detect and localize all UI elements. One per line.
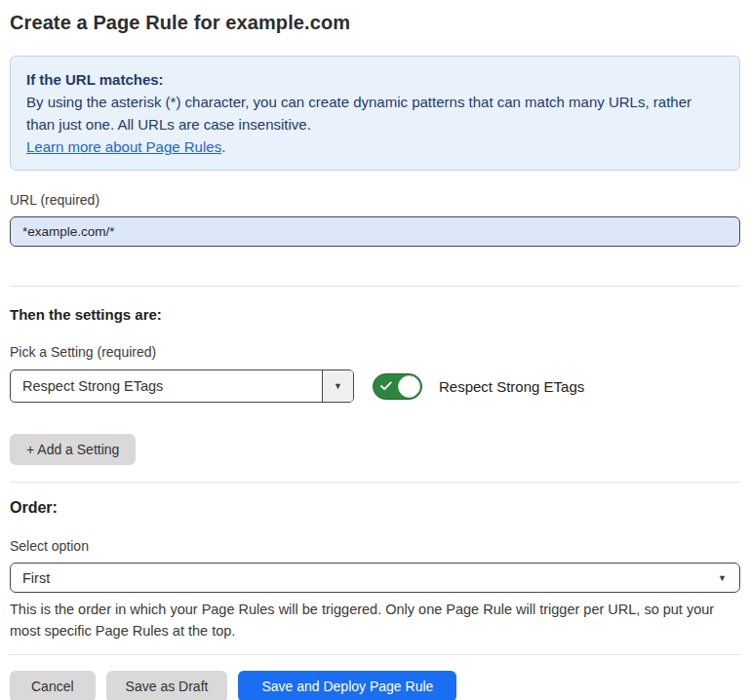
url-match-info-box: If the URL matches: By using the asteris… [10, 56, 740, 171]
order-select-label: Select option [10, 538, 740, 554]
action-buttons-row: Cancel Save as Draft Save and Deploy Pag… [10, 671, 740, 700]
setting-select[interactable]: Respect Strong ETags ▼ [10, 369, 354, 403]
toggle-label: Respect Strong ETags [439, 378, 584, 395]
divider-settings-order [10, 482, 740, 483]
divider-url-settings [10, 286, 740, 287]
chevron-down-icon: ▼ [718, 573, 739, 583]
save-as-draft-button[interactable]: Save as Draft [106, 671, 228, 700]
cancel-button[interactable]: Cancel [10, 671, 96, 700]
info-box-body: By using the asterisk (*) character, you… [26, 91, 724, 136]
order-help-text: This is the order in which your Page Rul… [10, 599, 740, 642]
info-box-link-row: Learn more about Page Rules. [26, 136, 724, 158]
url-label: URL (required) [10, 192, 740, 208]
respect-etags-toggle[interactable] [373, 373, 422, 400]
setting-row: Respect Strong ETags ▼ Respect Strong ET… [10, 369, 740, 403]
settings-section-heading: Then the settings are: [10, 306, 740, 323]
create-page-rule-form: Create a Page Rule for example.com If th… [0, 9, 750, 700]
order-section-heading: Order: [10, 499, 740, 517]
order-select-value: First [11, 570, 718, 586]
divider-actions [10, 654, 740, 655]
page-title: Create a Page Rule for example.com [10, 9, 740, 36]
link-suffix-period: . [221, 138, 225, 155]
learn-more-link[interactable]: Learn more about Page Rules [26, 138, 221, 155]
toggle-knob [398, 375, 420, 398]
pick-setting-label: Pick a Setting (required) [10, 344, 740, 360]
url-input[interactable] [10, 216, 740, 247]
setting-select-value: Respect Strong ETags [11, 378, 322, 394]
add-setting-button[interactable]: + Add a Setting [10, 434, 136, 465]
check-icon [380, 381, 392, 391]
order-select[interactable]: First ▼ [10, 563, 740, 593]
chevron-down-icon[interactable]: ▼ [322, 370, 353, 402]
info-box-heading: If the URL matches: [26, 68, 724, 91]
save-and-deploy-button[interactable]: Save and Deploy Page Rule [238, 671, 456, 700]
